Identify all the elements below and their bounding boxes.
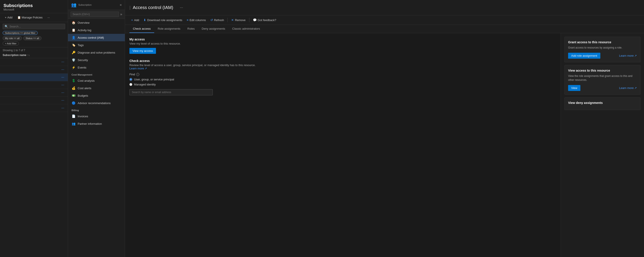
sidebar-item-advisor[interactable]: 🔵 Advisor recommendations (68, 99, 125, 107)
row-more-button[interactable]: ··· (60, 60, 65, 64)
filter-chips-2: My role == all Status == all (3, 36, 65, 40)
app-title: Subscriptions (4, 3, 64, 8)
radio-user-option[interactable]: User, group, or service principal (130, 78, 556, 81)
radio-managed-option[interactable]: Managed identity (130, 83, 556, 86)
table-row[interactable]: ··· (0, 97, 68, 104)
header-more-button[interactable]: ··· (176, 3, 188, 13)
subscription-label: Subscription (78, 4, 92, 6)
cost-management-section: Cost Management (68, 71, 125, 77)
check-access-desc: Review the level of access a user, group… (130, 64, 556, 70)
grant-access-footer: Add role assignment Learn more ↗ (568, 53, 637, 59)
role-filter-chip[interactable]: My role == all (3, 36, 22, 40)
row-more-button[interactable]: ··· (60, 83, 65, 87)
toolbar-add-button[interactable]: + Add (130, 17, 141, 23)
collapse-button[interactable]: « (120, 3, 122, 7)
manage-policies-button[interactable]: 📋 Manage Policies (16, 15, 44, 20)
row-more-button[interactable]: ··· (60, 98, 65, 102)
deny-assignments-title: View deny assignments (568, 101, 637, 105)
add-filter-button[interactable]: + Add filter (3, 42, 19, 46)
left-toolbar: + Add 📋 Manage Policies ··· (0, 13, 68, 22)
tab-roles[interactable]: Roles (184, 25, 198, 33)
tab-classic-administrators[interactable]: Classic administrators (228, 25, 264, 33)
showing-text: Showing 1 to 7 of 7 (0, 48, 68, 52)
filter-chips: Subscriptions == global filter (3, 31, 65, 35)
middle-search-input[interactable] (71, 12, 119, 17)
view-access-card: View access to this resource View the ro… (564, 65, 640, 95)
sidebar-item-budgets[interactable]: 💵 Budgets (68, 92, 125, 99)
invoices-icon: 📄 (72, 114, 76, 118)
tab-check-access[interactable]: Check access (130, 25, 154, 33)
table-row[interactable]: ··· (0, 58, 68, 66)
table-row[interactable]: ··· (0, 66, 68, 74)
sidebar-item-invoices[interactable]: 📄 Invoices (68, 112, 125, 120)
row-more-button[interactable]: ··· (60, 68, 65, 72)
toolbar-refresh-button[interactable]: ↺ Refresh (208, 17, 226, 23)
cost-analysis-icon: 💲 (72, 79, 76, 82)
find-label: Find i (130, 73, 556, 76)
view-my-access-button[interactable]: View my access (130, 48, 156, 54)
table-row[interactable]: ··· (0, 81, 68, 89)
sidebar-item-activity-log[interactable]: 📋 Activity log (68, 26, 125, 34)
name-email-input[interactable] (132, 91, 210, 94)
view-access-learn-more-link[interactable]: Learn more ↗ (619, 86, 637, 90)
toolbar-add-icon: + (131, 18, 133, 22)
sidebar-item-diagnose[interactable]: 🔑 Diagnose and solve problems (68, 49, 125, 56)
tags-icon: 🏷️ (72, 43, 76, 47)
grant-learn-more-link[interactable]: Learn more ↗ (619, 54, 637, 57)
right-panel: | Access control (IAM) ··· + Add ⬇ Downl… (125, 0, 644, 257)
global-filter-chip[interactable]: Subscriptions == global filter (3, 31, 38, 35)
tab-role-assignments[interactable]: Role assignments (154, 25, 184, 33)
sidebar-item-security[interactable]: 🛡️ Security (68, 56, 125, 64)
row-more-button[interactable]: ··· (60, 106, 65, 110)
table-row[interactable]: ··· (0, 104, 68, 112)
sidebar-item-tags[interactable]: 🏷️ Tags (68, 41, 125, 49)
more-options-button[interactable]: ··· (46, 15, 51, 20)
tab-deny-assignments[interactable]: Deny assignments (198, 25, 229, 33)
add-button[interactable]: + Add (4, 15, 14, 20)
advisor-icon: 🔵 (72, 101, 76, 105)
nav-items: 🏠 Overview 📋 Activity log 👤 Access contr… (68, 19, 125, 257)
feedback-icon: 💬 (253, 18, 257, 22)
sidebar-item-events[interactable]: ⚡ Events (68, 64, 125, 71)
radio-user-input[interactable] (130, 78, 132, 81)
sidebar-item-partner[interactable]: 👥 Partner information (68, 120, 125, 127)
budgets-icon: 💵 (72, 94, 76, 97)
info-icon: i (136, 73, 139, 76)
row-more-button[interactable]: ··· (60, 75, 65, 79)
status-filter-chip[interactable]: Status == all (23, 36, 42, 40)
sidebar-item-cost-analysis[interactable]: 💲 Cost analysis (68, 77, 125, 84)
security-icon: 🛡️ (72, 58, 76, 62)
main-content: My access View my level of access to thi… (125, 33, 561, 257)
sidebar-item-overview[interactable]: 🏠 Overview (68, 19, 125, 26)
partner-icon: 👥 (72, 122, 76, 125)
my-access-desc: View my level of access to this resource… (130, 42, 556, 45)
plus-icon: + (5, 16, 6, 19)
app-subtitle: Microsoft (4, 8, 64, 11)
remove-icon: ✕ (231, 18, 234, 22)
table-row[interactable]: ··· (0, 74, 68, 81)
name-email-search-box[interactable] (130, 89, 213, 95)
toolbar-edit-columns-button[interactable]: ≡ Edit columns (185, 17, 208, 23)
page-title: Access control (IAM) (133, 5, 173, 10)
sidebar-item-cost-alerts[interactable]: 💰 Cost alerts (68, 84, 125, 92)
collapse-nav-button[interactable]: » (120, 12, 122, 16)
separator: | (130, 5, 130, 10)
left-search-box[interactable]: 🔍 (3, 24, 65, 29)
add-role-assignment-button[interactable]: Add role assignment (568, 53, 600, 59)
toolbar-remove-button[interactable]: ✕ Remove (230, 17, 247, 23)
right-sidebar: Grant access to this resource Grant acce… (561, 33, 644, 257)
radio-managed-input[interactable] (130, 83, 132, 86)
toolbar-separator-2 (249, 18, 250, 22)
left-search-input[interactable] (10, 25, 63, 28)
sidebar-item-access-control[interactable]: 👤 Access control (IAM) (68, 34, 125, 41)
view-access-title: View access to this resource (568, 69, 637, 72)
subscription-rows: ··· ··· ··· ··· ··· ··· ··· (0, 58, 68, 257)
my-access-title: My access (130, 38, 556, 41)
toolbar-download-button[interactable]: ⬇ Download role assignments (142, 17, 184, 23)
view-button[interactable]: View (568, 85, 580, 91)
toolbar-feedback-button[interactable]: 💬 Got feedback? (251, 17, 278, 23)
table-row[interactable]: ··· (0, 89, 68, 97)
sort-icon[interactable]: ↑↓ (27, 54, 30, 57)
row-more-button[interactable]: ··· (60, 91, 65, 95)
check-access-learn-more[interactable]: Learn more ↗ (130, 67, 556, 70)
